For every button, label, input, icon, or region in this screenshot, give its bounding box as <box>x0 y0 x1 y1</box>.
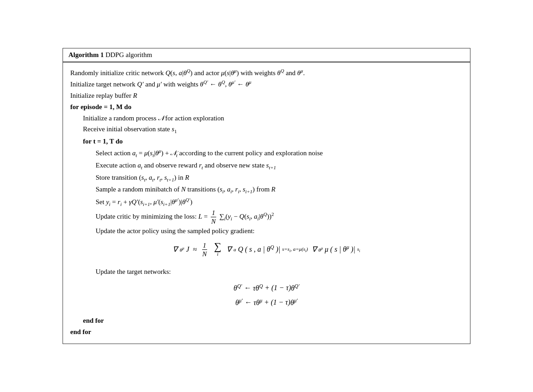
line-set-y: Set yi = ri + γQ′(si+1, μ′(si+1|θμ′)|θQ′… <box>70 196 463 209</box>
display-math-policy-gradient: ∇θμJ ≈ 1 N ∑ i ∇aQ(s, a|θQ)|s=si, a=μ(si… <box>70 241 463 258</box>
line-execute-action: Execute action at and observe reward rt … <box>70 160 463 172</box>
line-store-transition: Store transition (st, at, rt, st+1) in R <box>70 172 463 184</box>
algorithm-title-rest: DDPG algorithm <box>106 51 152 58</box>
algorithm-header: Algorithm 1 DDPG algorithm <box>63 48 470 62</box>
line-select-action: Select action at = μ(st|θμ) + 𝒩t accordi… <box>70 147 463 160</box>
algorithm-body: Randomly initialize critic network Q(s, … <box>63 62 470 344</box>
line-sample-minibatch: Sample a random minibatch of N transitio… <box>70 184 463 196</box>
display-math-target-mu: θμ′ ← τθμ + (1 − τ)θμ′ <box>70 296 463 309</box>
line-init-critic: Randomly initialize critic network Q(s, … <box>70 67 463 79</box>
algorithm-box: Algorithm 1 DDPG algorithm Randomly init… <box>63 48 470 344</box>
line-init-target: Initialize target network Q′ and μ′ with… <box>70 78 463 90</box>
line-end-for-outer: end for <box>70 326 463 338</box>
display-math-target-q: θQ′ ← τθQ + (1 − τ)θQ′ <box>70 282 463 294</box>
line-for-episode: for episode = 1, M do <box>70 101 463 113</box>
line-update-actor: Update the actor policy using the sample… <box>70 225 463 237</box>
line-update-critic: Update critic by minimizing the loss: L … <box>70 209 463 225</box>
line-update-target: Update the target networks: <box>70 266 463 277</box>
line-for-t: for t = 1, T do <box>70 136 463 147</box>
line-init-buffer: Initialize replay buffer R <box>70 90 463 101</box>
line-init-random-process: Initialize a random process 𝒩 for action… <box>70 113 463 124</box>
line-receive-obs: Receive initial observation state s1 <box>70 124 463 136</box>
algorithm-title-bold: Algorithm 1 <box>68 51 104 58</box>
line-end-for-inner: end for <box>70 315 463 326</box>
